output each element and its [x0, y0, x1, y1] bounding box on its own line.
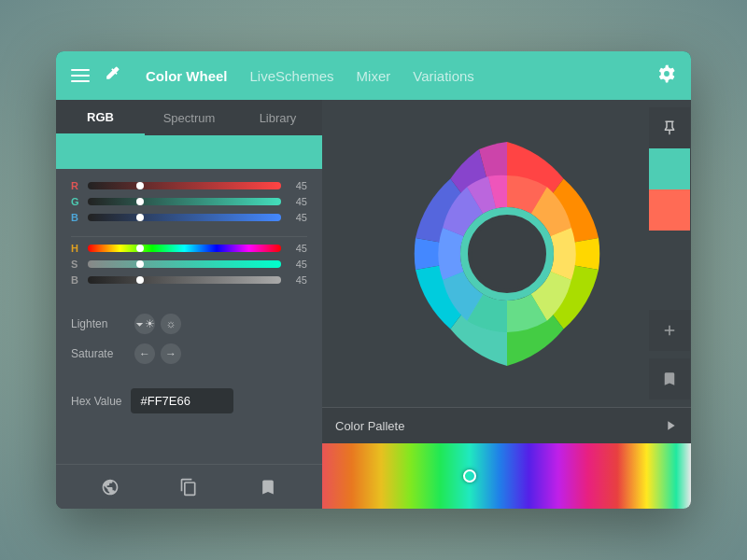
lighten-up-btn[interactable]: ☼: [161, 314, 181, 334]
content-area: Color Pallete: [322, 100, 691, 509]
rgb-slider-group: R 45 G 45 B: [71, 180, 307, 223]
menu-icon[interactable]: [71, 69, 90, 82]
palette-chevron-icon[interactable]: [663, 418, 678, 433]
eyedropper-icon[interactable]: [103, 64, 121, 88]
tab-spectrum[interactable]: Spectrum: [145, 100, 233, 135]
adjust-section: Lighten ☀ ☼ Saturate ← →: [56, 306, 322, 381]
sidebar-bottom: [56, 464, 322, 509]
color-wheel-svg: [386, 133, 628, 375]
r-slider-track[interactable]: [88, 182, 281, 189]
lighten-arrows: ☀ ☼: [134, 314, 181, 334]
main-area: RGB Spectrum Library R 45 G: [56, 100, 691, 509]
palette-cursor: [463, 469, 476, 483]
b-slider-row: B 45: [71, 212, 307, 223]
top-bar: Color Wheel LiveSchemes Mixer Variations: [56, 51, 691, 100]
svg-point-2: [472, 218, 543, 289]
top-bar-right: [639, 64, 676, 88]
r-slider-row: R 45: [71, 180, 307, 191]
app-window: Color Wheel LiveSchemes Mixer Variations…: [56, 51, 691, 509]
nav-color-wheel[interactable]: Color Wheel: [146, 68, 228, 84]
saturate-label: Saturate: [71, 347, 127, 360]
nav-liveschemes[interactable]: LiveSchemes: [250, 68, 334, 84]
h-slider-row: H 45: [71, 243, 307, 254]
tab-library[interactable]: Library: [233, 100, 322, 135]
sidebar: RGB Spectrum Library R 45 G: [56, 100, 322, 509]
top-bar-left: [71, 64, 146, 88]
b-value: 45: [289, 212, 307, 223]
palette-header: Color Pallete: [322, 408, 691, 443]
hex-input[interactable]: [131, 388, 233, 413]
bookmark-icon[interactable]: [259, 478, 277, 497]
r-value: 45: [289, 180, 307, 191]
top-bar-nav: Color Wheel LiveSchemes Mixer Variations: [146, 68, 639, 84]
g-value: 45: [289, 196, 307, 207]
color-preview-bar: [56, 135, 322, 169]
saturate-down-btn[interactable]: ←: [134, 343, 155, 364]
gear-icon[interactable]: [657, 64, 676, 88]
palette-section: Color Pallete: [322, 407, 691, 509]
saturate-row: Saturate ← →: [71, 343, 307, 364]
hex-section: Hex Value: [56, 381, 322, 421]
nav-mixer[interactable]: Mixer: [357, 68, 391, 84]
h-slider-track[interactable]: [88, 245, 281, 252]
s-slider-track[interactable]: [88, 260, 281, 268]
save-swatch-btn[interactable]: [649, 358, 690, 399]
tab-rgb[interactable]: RGB: [56, 100, 145, 135]
copy-icon[interactable]: [179, 478, 198, 497]
saturate-up-btn[interactable]: →: [161, 343, 181, 364]
palette-strip[interactable]: [322, 443, 691, 509]
palette-title: Color Pallete: [335, 419, 404, 433]
g-slider-track[interactable]: [88, 198, 281, 205]
h-value: 45: [289, 243, 307, 254]
globe-icon[interactable]: [101, 478, 120, 497]
lighten-row: Lighten ☀ ☼: [71, 314, 307, 334]
swatch-red[interactable]: [649, 189, 690, 231]
bri-value: 45: [289, 274, 307, 286]
bri-slider-row: B 45: [71, 274, 307, 286]
wheel-area[interactable]: [322, 100, 691, 407]
g-label: G: [71, 196, 80, 207]
sidebar-tabs: RGB Spectrum Library: [56, 100, 322, 135]
swatch-teal[interactable]: [649, 148, 690, 189]
bri-label: B: [71, 274, 80, 286]
lighten-down-btn[interactable]: ☀: [134, 314, 155, 334]
rgb-sliders: R 45 G 45 B: [56, 169, 322, 306]
pin-swatch-btn[interactable]: [649, 107, 690, 148]
hsb-slider-group: H 45 S 45 B: [71, 243, 307, 286]
nav-variations[interactable]: Variations: [413, 68, 474, 84]
hex-label: Hex Value: [71, 395, 121, 408]
r-label: R: [71, 180, 80, 191]
s-value: 45: [289, 259, 307, 270]
b-slider-track[interactable]: [88, 214, 281, 221]
side-swatches: [648, 100, 691, 407]
saturate-arrows: ← →: [134, 343, 181, 364]
bri-slider-track[interactable]: [88, 276, 281, 284]
s-label: S: [71, 259, 80, 270]
h-label: H: [71, 243, 80, 254]
add-swatch-btn[interactable]: [649, 310, 690, 351]
s-slider-row: S 45: [71, 259, 307, 270]
b-label: B: [71, 212, 80, 223]
lighten-label: Lighten: [71, 317, 127, 330]
g-slider-row: G 45: [71, 196, 307, 207]
